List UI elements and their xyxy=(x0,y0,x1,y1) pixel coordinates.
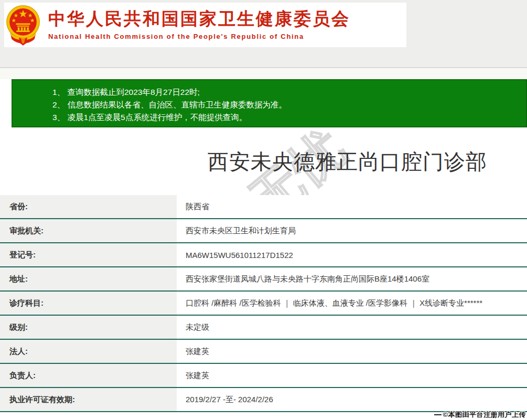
field-value: 2019/2/27 -至- 2024/2/26 xyxy=(177,388,527,411)
field-label: 负责人: xyxy=(0,364,177,387)
field-label: 诊疗科目: xyxy=(0,292,177,315)
table-row: 负责人:张建英 xyxy=(0,364,527,388)
field-label: 省份: xyxy=(0,195,177,218)
field-label: 登记号: xyxy=(0,243,177,266)
credit-dash-line xyxy=(434,414,442,415)
field-value: 口腔科 /麻醉科 /医学检验科 ｜ 临床体液、血液专业 /医学影像科 ｜ X线诊… xyxy=(177,292,527,315)
table-row: 执业许可证有效期:2019/2/27 -至- 2024/2/26 xyxy=(0,388,527,412)
record-table: 省份:陕西省审批机关:西安市未央区卫生和计划生育局登记号:MA6W15WU561… xyxy=(0,195,527,412)
notice-line: 2、 信息数据结果以各省、自治区、直辖市卫生健康委数据为准。 xyxy=(52,99,526,111)
top-banner: 中华人民共和国国家卫生健康委员会 National Health Commiss… xyxy=(0,0,527,79)
field-value: 陕西省 xyxy=(177,195,527,218)
field-label: 地址: xyxy=(0,267,177,290)
table-row: 诊疗科目:口腔科 /麻醉科 /医学检验科 ｜ 临床体液、血液专业 /医学影像科 … xyxy=(0,292,527,316)
site-title-chinese: 中华人民共和国国家卫生健康委员会 xyxy=(48,9,350,28)
uploader-credit: ©本图由平台注册用户上传 xyxy=(434,410,526,419)
china-national-emblem-icon xyxy=(5,5,41,46)
field-value: 张建英 xyxy=(177,340,527,363)
field-value: 张建英 xyxy=(177,364,527,387)
site-header: 中华人民共和国国家卫生健康委员会 National Health Commiss… xyxy=(4,3,406,47)
field-value: 西安市未央区卫生和计划生育局 xyxy=(177,219,527,242)
header-text: 中华人民共和国国家卫生健康委员会 National Health Commiss… xyxy=(48,9,350,40)
table-row: 登记号:MA6W15WU561011217D1522 xyxy=(0,243,527,267)
site-title-english: National Health Commission of the People… xyxy=(48,33,350,40)
field-label: 执业许可证有效期: xyxy=(0,388,177,411)
field-label: 审批机关: xyxy=(0,219,177,242)
institution-name-title: 西安未央德雅正尚口腔门诊部 xyxy=(168,147,527,174)
table-row: 法人:张建英 xyxy=(0,340,527,364)
field-label: 法人: xyxy=(0,340,177,363)
field-label: 级别: xyxy=(0,316,177,339)
notice-line: 3、 凌晨1点至凌晨5点系统进行维护，不能提供查询。 xyxy=(52,111,526,124)
table-row: 省份:陕西省 xyxy=(0,195,527,219)
credit-text: ©本图由平台注册用户上传 xyxy=(443,410,526,419)
field-value: MA6W15WU561011217D1522 xyxy=(177,243,527,266)
table-row: 审批机关:西安市未央区卫生和计划生育局 xyxy=(0,219,527,243)
table-row: 级别:未定级 xyxy=(0,316,527,340)
field-value: 未定级 xyxy=(177,316,527,339)
query-notice-box: 1、 查询数据截止到2023年8月27日22时; 2、 信息数据结果以各省、自治… xyxy=(12,79,527,127)
notice-line: 1、 查询数据截止到2023年8月27日22时; xyxy=(52,86,526,99)
table-row: 地址:西安张家堡街道凤城八路与未央路十字东南角正尚国际B座14楼1406室 xyxy=(0,267,527,292)
header-lower-strip xyxy=(0,68,527,79)
field-value: 西安张家堡街道凤城八路与未央路十字东南角正尚国际B座14楼1406室 xyxy=(177,267,527,290)
